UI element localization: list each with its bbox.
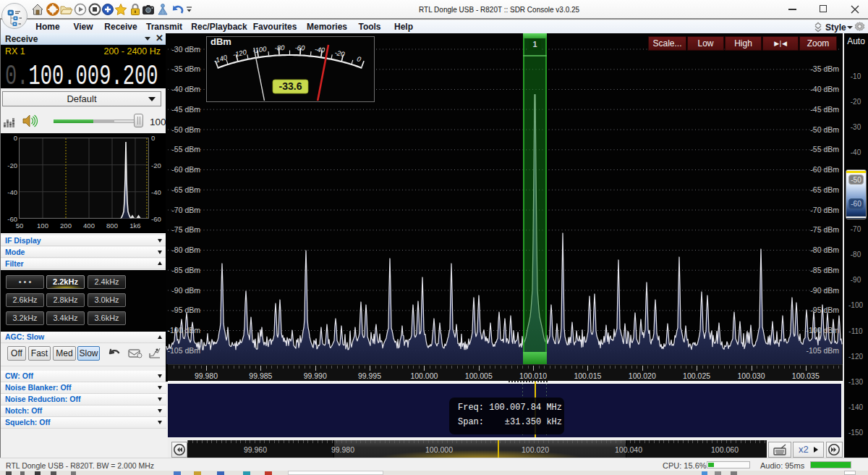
svg-text:-140: -140 bbox=[213, 53, 229, 64]
svg-text:-40: -40 bbox=[315, 45, 326, 54]
svg-text:-120: -120 bbox=[232, 48, 248, 59]
svg-text:-80: -80 bbox=[274, 43, 285, 52]
svg-text:0: 0 bbox=[356, 54, 362, 63]
svg-text:-33.6: -33.6 bbox=[279, 80, 302, 92]
svg-text:-20: -20 bbox=[334, 49, 346, 59]
svg-text:-60: -60 bbox=[294, 43, 305, 52]
svg-text:dBm: dBm bbox=[210, 36, 231, 47]
